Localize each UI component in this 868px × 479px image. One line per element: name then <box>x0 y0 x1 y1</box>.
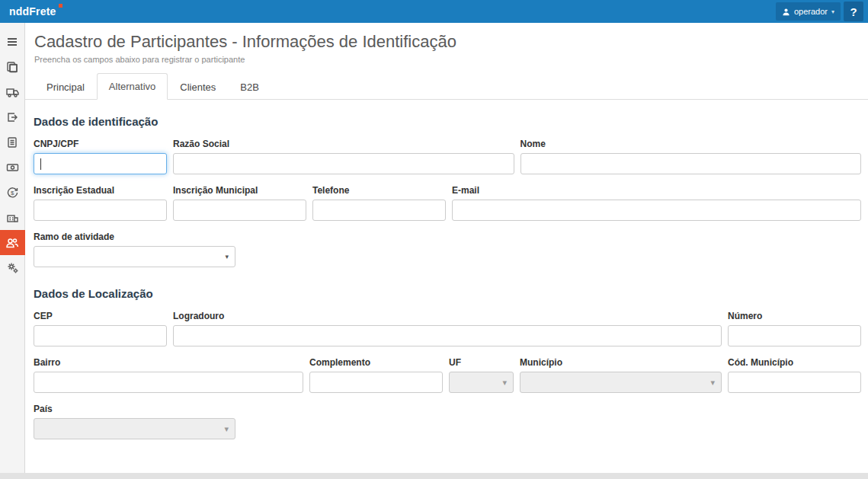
tab-alternativo[interactable]: Alternativo <box>97 73 168 100</box>
inscricao-estadual-label: Inscrição Estadual <box>34 185 167 196</box>
section-title-identificacao: Dados de identificação <box>34 115 861 128</box>
app-logo-text: nddFrete <box>9 5 56 18</box>
field-inscricao-estadual: Inscrição Estadual <box>34 185 167 221</box>
logradouro-input[interactable] <box>173 325 722 346</box>
nome-label: Nome <box>520 139 862 149</box>
banknote-icon[interactable] <box>0 155 25 180</box>
select-chevron-icon: ▾ <box>502 378 507 388</box>
footer-strip <box>0 473 868 479</box>
tab-b2b[interactable]: B2B <box>228 74 271 100</box>
field-uf: UF ▾ <box>449 357 514 393</box>
topbar: nddFrete operador ▾ ? <box>0 0 868 23</box>
money-sync-icon[interactable]: $ <box>0 180 25 205</box>
bairro-input[interactable] <box>34 372 303 393</box>
inscricao-municipal-input[interactable] <box>173 200 306 221</box>
field-nome: Nome <box>520 139 862 174</box>
section-title-localizacao: Dados de Localização <box>34 287 861 300</box>
page-header: Cadastro de Participantes - Informações … <box>25 23 868 64</box>
help-button-label: ? <box>850 5 857 18</box>
form-row-2: Inscrição Estadual Inscrição Municipal T… <box>34 185 861 221</box>
topbar-right: operador ▾ ? <box>776 0 863 23</box>
document-icon[interactable] <box>0 129 25 155</box>
cep-label: CEP <box>34 311 167 321</box>
numero-input[interactable] <box>728 325 861 346</box>
form-area: Dados de identificação CNPJ/CPF Razão So… <box>25 100 868 439</box>
page-title: Cadastro de Participantes - Informações … <box>34 32 859 52</box>
bairro-label: Bairro <box>34 357 303 368</box>
field-ramo-atividade: Ramo de atividade ▾ <box>34 232 235 267</box>
razao-social-label: Razão Social <box>173 139 514 149</box>
field-cep: CEP <box>34 311 167 346</box>
sidebar: $ <box>0 23 25 473</box>
field-complemento: Complemento <box>309 357 443 393</box>
form-row-1: CNPJ/CPF Razão Social Nome <box>34 139 861 174</box>
uf-select[interactable]: ▾ <box>449 372 514 393</box>
truck-icon[interactable] <box>0 79 25 104</box>
chevron-down-icon: ▾ <box>831 8 834 15</box>
telefone-label: Telefone <box>312 185 446 196</box>
logradouro-label: Logradouro <box>173 311 722 321</box>
pais-label: País <box>34 404 235 414</box>
cep-input[interactable] <box>34 325 167 346</box>
svg-text:$: $ <box>11 190 14 196</box>
tab-clientes[interactable]: Clientes <box>168 74 228 100</box>
export-icon[interactable] <box>0 104 25 129</box>
tab-bar: Principal Alternativo Clientes B2B <box>25 73 868 100</box>
field-logradouro: Logradouro <box>173 311 722 346</box>
text-cursor <box>40 158 41 170</box>
complemento-label: Complemento <box>309 357 443 368</box>
select-chevron-icon: ▾ <box>225 253 229 260</box>
telefone-input[interactable] <box>312 200 446 221</box>
logo-flag-icon <box>59 4 62 8</box>
municipio-label: Município <box>520 357 722 368</box>
field-telefone: Telefone <box>312 185 446 221</box>
form-row-3: Ramo de atividade ▾ <box>34 232 861 267</box>
app-logo: nddFrete <box>9 5 62 18</box>
email-label: E-mail <box>452 185 861 196</box>
main-content: Cadastro de Participantes - Informações … <box>25 23 868 473</box>
settings-icon[interactable] <box>0 255 25 280</box>
municipio-select[interactable]: ▾ <box>520 372 722 393</box>
cnpj-cpf-label: CNPJ/CPF <box>34 139 167 149</box>
cod-municipio-label: Cód. Município <box>728 357 861 368</box>
field-inscricao-municipal: Inscrição Municipal <box>173 185 306 221</box>
field-cnpj-cpf: CNPJ/CPF <box>34 139 167 174</box>
inscricao-municipal-label: Inscrição Municipal <box>173 185 306 196</box>
inscricao-estadual-input[interactable] <box>34 200 167 221</box>
cod-municipio-input[interactable] <box>728 372 861 393</box>
pais-select[interactable]: ▾ <box>34 418 235 439</box>
field-email: E-mail <box>452 185 861 221</box>
numero-label: Número <box>728 311 861 321</box>
user-icon <box>782 8 790 16</box>
field-bairro: Bairro <box>34 357 303 393</box>
help-button[interactable]: ? <box>844 2 863 21</box>
email-input[interactable] <box>452 200 861 221</box>
form-row-5: Bairro Complemento UF ▾ Município <box>34 357 861 393</box>
select-chevron-icon: ▾ <box>710 378 715 388</box>
field-numero: Número <box>728 311 861 346</box>
user-menu-label: operador <box>794 7 828 16</box>
cnpj-cpf-input[interactable] <box>34 153 167 174</box>
field-razao-social: Razão Social <box>173 139 514 174</box>
form-row-6: País ▾ <box>34 404 861 439</box>
copy-icon[interactable] <box>0 54 25 79</box>
field-pais: País ▾ <box>34 404 235 439</box>
participants-icon[interactable] <box>0 230 25 255</box>
field-cod-municipio: Cód. Município <box>728 357 861 393</box>
uf-label: UF <box>449 357 514 368</box>
tab-principal[interactable]: Principal <box>34 74 97 100</box>
ramo-atividade-label: Ramo de atividade <box>34 232 235 242</box>
page-subtitle: Preencha os campos abaixo para registrar… <box>34 55 859 64</box>
user-menu-button[interactable]: operador ▾ <box>776 2 841 21</box>
razao-social-input[interactable] <box>173 153 514 174</box>
complemento-input[interactable] <box>309 372 443 393</box>
nome-input[interactable] <box>520 153 862 174</box>
menu-icon[interactable] <box>0 29 25 54</box>
field-municipio: Município ▾ <box>520 357 722 393</box>
ramo-atividade-select[interactable]: ▾ <box>34 246 235 267</box>
company-icon[interactable] <box>0 205 25 230</box>
select-chevron-icon: ▾ <box>224 424 229 434</box>
form-row-4: CEP Logradouro Número <box>34 311 861 346</box>
